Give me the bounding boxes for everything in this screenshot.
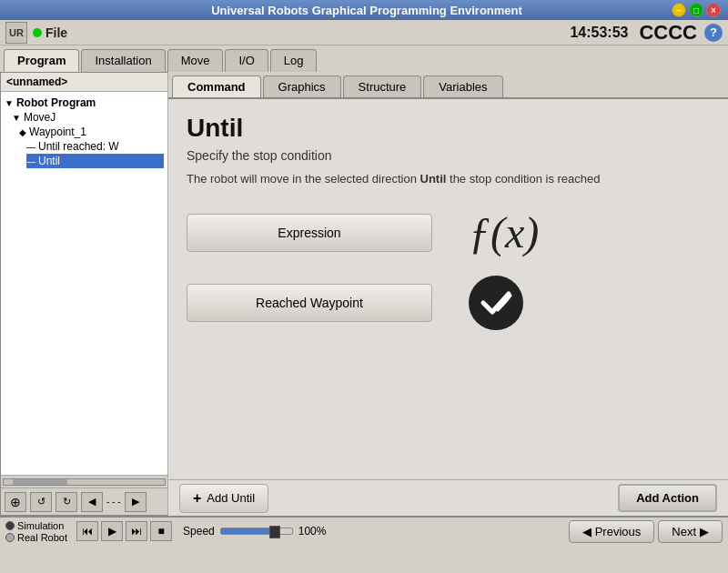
sim-real-selector: Simulation Real Robot	[5, 520, 67, 543]
help-button[interactable]: ?	[704, 24, 723, 42]
window-title: Universal Robots Graphical Programming E…	[62, 4, 672, 17]
file-menu[interactable]: File	[33, 25, 67, 40]
expression-row: Expression ƒ(x)	[187, 207, 710, 257]
tree-header: <unnamed>	[1, 73, 167, 92]
unnamed-label: <unnamed>	[6, 75, 67, 88]
real-robot-option[interactable]: Real Robot	[5, 532, 67, 543]
checkmark-icon	[469, 276, 523, 330]
real-robot-label: Real Robot	[17, 532, 67, 543]
until-desc: The robot will move in the selected dire…	[187, 172, 710, 186]
tree-dash-icon: —	[26, 156, 35, 166]
reached-waypoint-button[interactable]: Reached Waypoint	[187, 284, 432, 322]
nav-divider: - - -	[106, 497, 121, 507]
tab-program[interactable]: Program	[4, 49, 79, 72]
simulation-option[interactable]: Simulation	[5, 520, 67, 531]
add-action-button[interactable]: Add Action	[618, 484, 717, 512]
desc-bold: Until	[420, 172, 447, 186]
tab-move[interactable]: Move	[167, 49, 224, 72]
tree-expand-icon: ▼	[5, 98, 14, 108]
tab-structure[interactable]: Structure	[343, 75, 422, 97]
tree-item-until[interactable]: — Until	[26, 154, 164, 168]
robot-status: CCCC	[639, 21, 697, 45]
check-svg	[478, 285, 514, 321]
undo-button[interactable]: ↺	[30, 492, 52, 512]
simulation-label: Simulation	[17, 520, 64, 531]
tab-io[interactable]: I/O	[225, 49, 268, 72]
waypoint-row: Reached Waypoint	[187, 276, 710, 330]
tree-item-label: Until reached: W	[38, 140, 119, 153]
tree-item-waypoint1[interactable]: ◆ Waypoint_1	[19, 125, 164, 139]
tree-dash-icon: —	[26, 142, 35, 152]
expression-icon-area: ƒ(x)	[469, 207, 539, 257]
app-logo: UR	[5, 22, 27, 44]
next-button[interactable]: Next ▶	[658, 520, 723, 543]
speed-label: Speed	[183, 525, 215, 538]
until-title: Until	[187, 114, 710, 143]
prev-arrow-icon: ◀	[582, 525, 592, 538]
prev-label: Previous	[595, 525, 642, 538]
speed-slider[interactable]	[220, 528, 293, 535]
add-until-plus-icon: +	[193, 490, 201, 507]
right-panel: Command Graphics Structure Variables Unt…	[168, 72, 728, 516]
maximize-button[interactable]: □	[689, 3, 703, 17]
tree-item-label: Robot Program	[16, 96, 96, 109]
nav-arrows: ◀ - - - ▶	[81, 492, 147, 512]
next-label: Next	[672, 525, 696, 538]
sub-tabs: Command Graphics Structure Variables	[168, 72, 728, 99]
speed-value: 100%	[298, 525, 327, 538]
tab-variables[interactable]: Variables	[423, 75, 502, 97]
expression-button[interactable]: Expression	[187, 214, 432, 252]
prev-tree-button[interactable]: ◀	[81, 492, 103, 512]
play-button[interactable]: ▶	[101, 521, 123, 541]
close-button[interactable]: ×	[706, 3, 721, 17]
tree-item-label: MoveJ	[24, 111, 56, 124]
window-controls[interactable]: – □ ×	[672, 3, 721, 17]
waypoint-icon-area	[469, 276, 523, 330]
simulation-radio[interactable]	[5, 521, 15, 530]
minimize-button[interactable]: –	[672, 3, 686, 17]
content-area: <unnamed> ▼ Robot Program ▼ MoveJ ◆ Wayp…	[0, 72, 728, 516]
left-toolbar: ⊕ ↺ ↻ ◀ - - - ▶	[1, 488, 167, 515]
transport-controls: ⏮ ▶ ⏭ ■	[76, 521, 172, 541]
add-until-button[interactable]: + Add Until	[179, 484, 268, 513]
real-robot-radio[interactable]	[5, 533, 15, 542]
step-button[interactable]: ⏭	[126, 521, 147, 541]
left-panel: <unnamed> ▼ Robot Program ▼ MoveJ ◆ Wayp…	[0, 72, 168, 516]
speed-slider-thumb[interactable]	[269, 526, 280, 538]
until-subtitle: Specify the stop condition	[187, 148, 710, 163]
tab-installation[interactable]: Installation	[81, 49, 165, 72]
main-tabs: Program Installation Move I/O Log	[0, 45, 728, 72]
zoom-fit-button[interactable]: ⊕	[5, 492, 26, 512]
menu-bar: UR File 14:53:53 CCCC ?	[0, 20, 728, 45]
tree-item-robot-program[interactable]: ▼ Robot Program	[5, 96, 164, 110]
left-scrollbar[interactable]	[1, 475, 167, 488]
previous-button[interactable]: ◀ Previous	[569, 520, 655, 543]
bottom-nav: Simulation Real Robot ⏮ ▶ ⏭ ■ Speed 100%…	[0, 516, 728, 545]
file-menu-label[interactable]: File	[46, 25, 67, 40]
next-tree-button[interactable]: ▶	[125, 492, 147, 512]
redo-button[interactable]: ↻	[56, 492, 77, 512]
tree-item-until-reached[interactable]: — Until reached: W	[26, 139, 164, 154]
stop-button[interactable]: ■	[150, 521, 172, 541]
time-display: 14:53:53	[570, 25, 628, 41]
tree-item-movej[interactable]: ▼ MoveJ	[12, 110, 164, 125]
fx-icon: ƒ(x)	[469, 207, 539, 257]
tab-log[interactable]: Log	[270, 49, 318, 72]
rewind-button[interactable]: ⏮	[76, 521, 98, 541]
command-content: Until Specify the stop condition The rob…	[168, 99, 728, 479]
add-until-label: Add Until	[207, 491, 255, 505]
tree-item-label: Waypoint_1	[29, 126, 86, 138]
status-indicator	[33, 28, 42, 37]
title-bar: Universal Robots Graphical Programming E…	[0, 0, 728, 20]
tree-node-icon: ◆	[19, 127, 26, 137]
tab-graphics[interactable]: Graphics	[263, 75, 341, 97]
tree-expand-icon: ▼	[12, 113, 21, 123]
bottom-action-bar: + Add Until Add Action	[168, 479, 728, 516]
tree-content: ▼ Robot Program ▼ MoveJ ◆ Waypoint_1 — U…	[1, 92, 167, 475]
tree-item-label: Until	[38, 155, 60, 167]
speed-area: Speed 100%	[183, 525, 326, 538]
desc-text: The robot will move in the selected dire…	[187, 172, 420, 186]
desc-end: the stop condition is reached	[446, 172, 600, 186]
next-arrow-icon: ▶	[700, 525, 709, 538]
tab-command[interactable]: Command	[172, 75, 261, 97]
